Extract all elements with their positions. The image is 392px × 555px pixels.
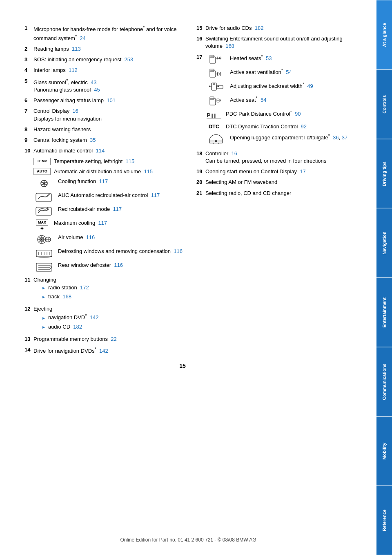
- svg-rect-43: [216, 85, 223, 89]
- temp-icon: TEMP: [33, 158, 51, 165]
- item-text: Opening start menu on Control Display: [205, 168, 297, 175]
- sidebar-tab-driving-tips[interactable]: Driving tips: [376, 139, 392, 208]
- page-ref: 114: [96, 148, 105, 154]
- seat-icon-desc: Adjusting active backrest width* 49: [230, 81, 313, 90]
- page-ref: 101: [107, 97, 116, 103]
- item-number: 2: [24, 45, 33, 53]
- climate-icon-desc: Cooling function 117: [58, 178, 108, 185]
- seat-icon-row: DTC DTC Dynamic Traction Control 92: [205, 123, 356, 130]
- item-text: Passenger airbag status lamp: [33, 97, 104, 103]
- recirc-mode-icon: [33, 206, 55, 217]
- climate-icons-section: TEMP Temperature setting, left/right 115…: [33, 158, 184, 273]
- sidebar-tab-controls[interactable]: Controls: [376, 69, 392, 139]
- page-ref: 168: [225, 43, 234, 49]
- climate-icon-desc: Maximum cooling 117: [54, 219, 107, 227]
- item-text: Central locking system: [33, 137, 87, 143]
- item-text: Selecting AM or FM waveband: [205, 179, 277, 185]
- climate-icon-row: Rear window defroster 116: [33, 262, 184, 273]
- sidebar-tab-navigation[interactable]: Navigation: [376, 208, 392, 278]
- climate-icon-desc: Rear window defroster 116: [58, 262, 123, 269]
- item-number: 16: [196, 35, 205, 50]
- item-number: 4: [24, 67, 33, 74]
- sidebar-tab-at-a-glance[interactable]: At a glance: [376, 0, 392, 69]
- climate-icon-row: MAX ✦ Maximum cooling 117: [33, 219, 184, 232]
- sidebar-tab-entertainment[interactable]: Entertainment: [376, 278, 392, 347]
- sub-list-item: ► track 168: [42, 293, 184, 300]
- item-number: 14: [24, 346, 33, 355]
- seat-icon-desc: Active seat* 54: [230, 95, 267, 104]
- arrow-icon: ►: [42, 324, 46, 330]
- item-number: 21: [196, 190, 205, 197]
- dtc-icon: DTC: [205, 123, 223, 130]
- item-text: Drive for audio CDs: [205, 25, 252, 31]
- item-number: 8: [24, 126, 33, 133]
- climate-icon-desc: Recirculated-air mode 117: [58, 206, 122, 213]
- item-number: 10: [24, 147, 33, 154]
- two-col-layout: 1 Microphone for hands-free mode for tel…: [24, 25, 356, 358]
- seat-icon-row: P ∥∥ PDC Park Distance Control* 90: [205, 109, 356, 121]
- climate-icon-row: Cooling function 117: [33, 178, 184, 189]
- item-number: 19: [196, 168, 205, 175]
- climate-icon-row: Defrosting windows and removing condensa…: [33, 248, 184, 259]
- sub-item-text: track 168: [48, 293, 71, 300]
- item-subtext: Can be turned, pressed, or moved in four…: [205, 158, 326, 164]
- rear-defroster-icon: [33, 262, 55, 273]
- air-volume-icon: [33, 234, 55, 245]
- item-number: 6: [24, 97, 33, 104]
- list-item: 19 Opening start menu on Control Display…: [196, 168, 356, 175]
- page-ref: 182: [255, 25, 264, 31]
- list-item: 4 Interior lamps 112: [24, 67, 184, 74]
- svg-marker-42: [218, 85, 219, 87]
- item-subtext: Panorama glass sunroof: [33, 87, 91, 93]
- list-item: 7 Control Display 16 Displays for menu n…: [24, 107, 184, 122]
- svg-point-4: [43, 182, 45, 185]
- sidebar-tab-mobility[interactable]: Mobility: [376, 416, 392, 486]
- page-ref: 142: [99, 348, 108, 354]
- page-ref: 35: [90, 137, 96, 143]
- pdc-icon-desc: PDC Park Distance Control* 90: [226, 109, 301, 118]
- item-text: Ejecting: [33, 306, 52, 312]
- cooling-icon: [33, 178, 55, 189]
- sidebar-tab-reference[interactable]: Reference: [376, 486, 392, 555]
- climate-icon-row: Air volume 116: [33, 234, 184, 245]
- sub-list-item: ► radio station 172: [42, 284, 184, 291]
- list-item: 17: [196, 54, 356, 147]
- pdc-icon: P ∥∥: [205, 109, 223, 121]
- defrost-front-icon: [33, 248, 55, 259]
- list-item: 5 Glass sunroof*, electric 43 Panorama g…: [24, 78, 184, 94]
- right-column: 15 Drive for audio CDs 182 16 Switching …: [196, 25, 356, 358]
- climate-icon-desc: Temperature setting, left/right 115: [54, 158, 134, 165]
- svg-point-38: [213, 83, 215, 85]
- item-number: 3: [24, 56, 33, 63]
- seat-icon-row: Heated seats* 53: [205, 54, 356, 65]
- svg-rect-8: [36, 207, 51, 215]
- sidebar-tab-communications[interactable]: Communications: [376, 347, 392, 416]
- max-icon: MAX ✦: [33, 219, 51, 232]
- svg-marker-10: [47, 207, 49, 209]
- item-number: 17: [196, 54, 205, 147]
- page-container: 1 Microphone for hands-free mode for tel…: [0, 0, 392, 555]
- sub-list-item: ► navigation DVD* 142: [42, 313, 184, 322]
- climate-icon-desc: Air volume 116: [58, 234, 95, 241]
- sub-item-text: radio station 172: [48, 284, 89, 291]
- arrow-icon: ►: [42, 285, 46, 291]
- list-item: 2 Reading lamps 113: [24, 45, 184, 53]
- list-item: 10 Automatic climate control 114: [24, 147, 184, 154]
- page-ref: 253: [125, 56, 134, 63]
- item-number: 18: [196, 150, 205, 165]
- item-text: Microphone for hands-free mode for telep…: [33, 26, 176, 41]
- climate-icon-row: TEMP Temperature setting, left/right 115: [33, 158, 184, 165]
- item-subtext: Displays for menu navigation: [33, 116, 102, 122]
- item-text: Hazard warning flashers: [33, 126, 91, 132]
- list-item: 9 Central locking system 35: [24, 137, 184, 144]
- auc-recirc-icon: A: [33, 192, 55, 203]
- page-ref: 24: [80, 35, 85, 41]
- list-item: 11 Changing ► radio station 172 ► track …: [24, 276, 184, 302]
- climate-icon-row: A AUC Automatic recirculated-air control…: [33, 192, 184, 203]
- luggage-icon: [205, 133, 227, 144]
- list-item: 12 Ejecting ► navigation DVD* 142 ► audi…: [24, 305, 184, 332]
- sidebar: At a glance Controls Driving tips Naviga…: [376, 0, 392, 555]
- climate-icon-desc: Defrosting windows and removing condensa…: [58, 248, 183, 255]
- svg-rect-32: [210, 55, 214, 58]
- list-item: 13 Programmable memory buttons 22: [24, 336, 184, 343]
